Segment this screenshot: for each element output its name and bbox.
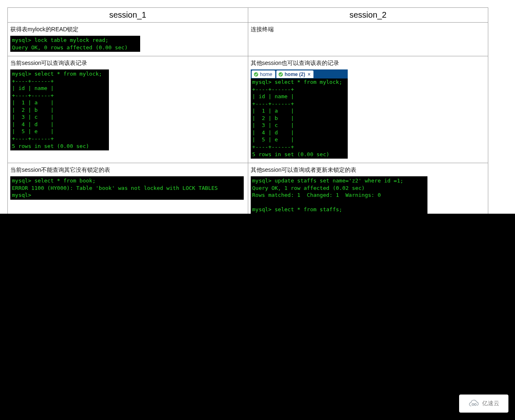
tab-home[interactable]: home: [252, 70, 275, 78]
close-icon[interactable]: ×: [308, 72, 311, 77]
table-row: 当前session可以查询该表记录 mysql> select * from m…: [8, 56, 488, 163]
tab-label: home: [260, 72, 273, 77]
col-header-session-2: session_2: [248, 8, 488, 23]
col-header-session-1: session_1: [8, 8, 248, 23]
tab-home-2[interactable]: home (2) ×: [276, 70, 314, 78]
svg-point-1: [278, 72, 283, 76]
black-strip: [0, 214, 515, 240]
table-row: 获得表mylock的READ锁定 mysql> lock table myloc…: [8, 23, 488, 56]
check-icon: [278, 72, 283, 77]
tab-label: home (2): [285, 72, 305, 77]
row-desc: 获得表mylock的READ锁定: [10, 26, 245, 33]
svg-point-0: [254, 72, 258, 76]
session-comparison-table: session_1 session_2 获得表mylock的READ锁定 mys…: [7, 7, 488, 240]
row-desc: 其他session可以查询或者更新未锁定的表: [251, 166, 486, 174]
row-desc: 当前session不能查询其它没有锁定的表: [10, 166, 245, 174]
terminal-output: mysql> select * from book; ERROR 1100 (H…: [10, 176, 244, 200]
row-desc: 其他session也可以查询该表的记录: [251, 60, 486, 67]
terminal-output: mysql> lock table mylock read; Query OK,…: [10, 36, 140, 52]
check-icon: [254, 72, 259, 77]
terminal-output: mysql> select * from mylock; +----+-----…: [251, 78, 348, 159]
row-desc: 连接终端: [251, 26, 486, 33]
terminal-tabbar: home home (2) ×: [251, 69, 348, 78]
terminal-output: mysql> select * from mylock; +----+-----…: [10, 69, 109, 150]
row-desc: 当前session可以查询该表记录: [10, 60, 245, 67]
